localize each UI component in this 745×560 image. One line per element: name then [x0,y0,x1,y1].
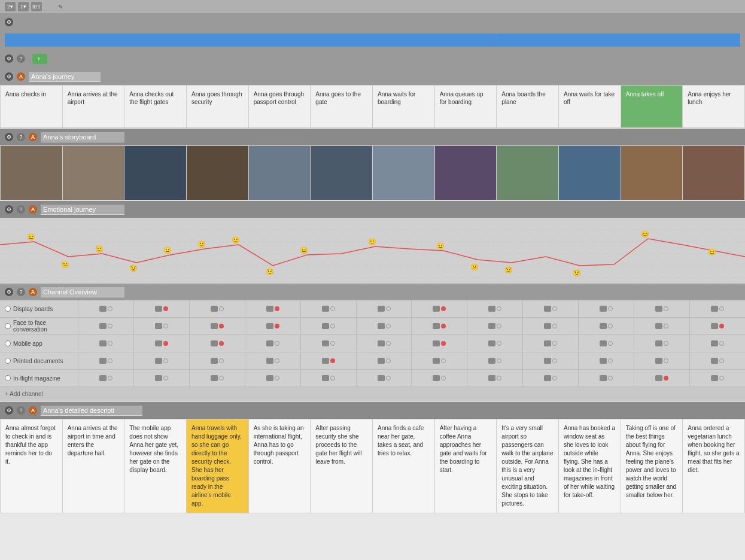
storyboard-name-input[interactable] [41,132,124,142]
icon-1a[interactable]: 1▾ [18,2,29,11]
channel-cell-1-8 [522,318,578,334]
desc-help-icon[interactable]: ? [17,406,25,415]
step-card-7[interactable]: Anna waits for boarding [373,86,434,127]
desc-card-10[interactable]: Taking off is one of the best things abo… [621,419,683,513]
storyboard-help-icon[interactable]: ? [17,133,25,141]
channel-cell-3-4 [300,352,356,369]
channel-icon-0-10 [655,306,662,312]
desc-card-1[interactable]: Anna arrives at the airport in time and … [63,419,124,513]
add-channel-row: + Add channel [0,387,745,401]
stage-flight[interactable] [497,34,740,47]
stages-gear-icon[interactable]: ⚙ [5,18,13,26]
stage-pre-boarding[interactable] [5,34,495,47]
desc-card-8[interactable]: It's a very small airport so passengers … [497,419,558,513]
storyboard-header: ⚙ ? A [0,129,745,145]
channel-help-icon[interactable]: ? [17,288,25,296]
svg-text:😐: 😐 [163,246,172,254]
channel-cell-2-0 [78,335,133,352]
channel-dot-empty-3-7 [497,358,501,363]
desc-card-6[interactable]: Anna finds a cafe near her gate, takes a… [373,419,434,513]
channel-gear-icon[interactable]: ⚙ [5,288,13,296]
channel-cell-2-1 [133,335,189,352]
channel-cell-4-11 [689,370,745,386]
step-card-11[interactable]: Anna takes off [621,86,683,127]
edit-icon[interactable]: ✎ [56,2,65,11]
channel-dot-empty-4-7 [497,376,501,381]
channel-cell-0-8 [522,300,578,317]
desc-card-7[interactable]: After having a coffee Anna approaches he… [435,419,497,513]
emotion-gear-icon[interactable]: ⚙ [5,205,13,214]
step-card-1[interactable]: Anna checks in [1,86,62,127]
desc-card-3[interactable]: Anna travels with hand luggage only, so … [187,419,248,513]
desc-card-5[interactable]: After passing security she she proceeds … [311,419,372,513]
emotion-help-icon[interactable]: ? [17,205,25,214]
icon-grid[interactable]: ⊞1 [31,2,42,11]
desc-card-11[interactable]: Anna ordered a vegetarian lunch when boo… [683,419,744,513]
jm-gear-icon[interactable]: ⚙ [5,54,13,63]
channel-icon-3-0 [99,358,107,364]
svg-text:😕: 😕 [61,260,69,269]
desc-text-4: As she is taking an international flight… [254,425,304,465]
channel-dot-empty-3-1 [163,358,168,363]
channel-cell-3-8 [522,352,578,369]
desc-card-9[interactable]: Anna has booked a window seat as she lov… [559,419,621,513]
step-card-9[interactable]: Anna boards the plane [497,86,558,127]
channel-cell-3-1 [133,352,189,369]
journey-gear-icon[interactable]: ⚙ [5,72,13,81]
channel-dot-red-1-2 [219,324,224,328]
desc-gear-icon[interactable]: ⚙ [5,406,13,415]
step-card-2[interactable]: Anna arrives at the airport [63,86,124,127]
channel-cell-1-4 [300,318,356,334]
step-card-5[interactable]: Anna goes through passport control [249,86,311,127]
channel-radio-3[interactable] [5,358,11,364]
channel-dot-empty-0-5 [386,306,391,311]
story-image-9 [559,146,621,200]
desc-card-4[interactable]: As she is taking an international flight… [249,419,311,513]
channel-icon-2-1 [155,340,162,346]
channel-dot-empty-2-0 [108,341,112,346]
step-text-2: Anna arrives at the airport [68,91,118,105]
channel-radio-0[interactable] [5,306,11,312]
stages-bar [0,31,745,49]
channel-dot-empty-0-9 [608,306,613,311]
channel-cell-4-3 [245,370,300,386]
add-channel-button[interactable]: + Add channel [5,391,43,397]
desc-text-6: Anna finds a cafe near her gate, takes a… [378,425,424,456]
channel-label-3: Printed documents [13,358,63,364]
channel-cell-4-9 [578,370,634,386]
channel-dot-empty-4-2 [219,376,224,381]
channel-header: ⚙ ? A [0,284,745,300]
add-persona-button[interactable]: + [32,54,47,64]
desc-text-8: It's a very small airport so passengers … [501,425,553,507]
channel-icon-4-2 [211,375,218,381]
step-card-12[interactable]: Anna enjoys her lunch [683,86,744,127]
channel-radio-4[interactable] [5,375,11,381]
channel-icon-0-6 [433,306,440,312]
step-card-4[interactable]: Anna goes through security [187,86,248,127]
desc-card-0[interactable]: Anna almost forgot to check in and is th… [1,419,62,513]
storyboard-gear-icon[interactable]: ⚙ [5,133,13,141]
jm-help-icon[interactable]: ? [17,54,25,63]
step-card-6[interactable]: Anna goes to the gate [311,86,372,127]
icon-2[interactable]: 2▾ [5,2,16,11]
svg-text:🙂: 🙂 [95,245,104,253]
desc-card-2[interactable]: The mobile app does not show Anna her ga… [124,419,186,513]
channel-name-input[interactable] [41,287,124,297]
svg-text:😟: 😟 [504,266,513,274]
channel-dot-empty-2-8 [552,341,557,346]
step-card-8[interactable]: Anna queues up for boarding [435,86,497,127]
step-card-3[interactable]: Anna checks out the flight gates [124,86,186,127]
channel-icon-3-10 [655,358,662,364]
channel-dot-red-1-11 [719,324,724,328]
channel-icon-0-11 [711,306,718,312]
desc-grid: Anna almost forgot to check in and is th… [0,419,745,513]
journey-name-input[interactable] [29,72,101,82]
desc-text-1: Anna arrives at the airport in time and … [68,425,118,456]
channel-radio-2[interactable] [5,340,11,346]
step-card-10[interactable]: Anna waits for take off [559,86,621,127]
channel-label-2: Mobile app [13,340,42,347]
channel-icon-1-10 [655,323,662,329]
emotion-name-input[interactable] [41,205,124,215]
channel-radio-1[interactable] [5,323,11,329]
desc-name-input[interactable] [41,406,142,416]
